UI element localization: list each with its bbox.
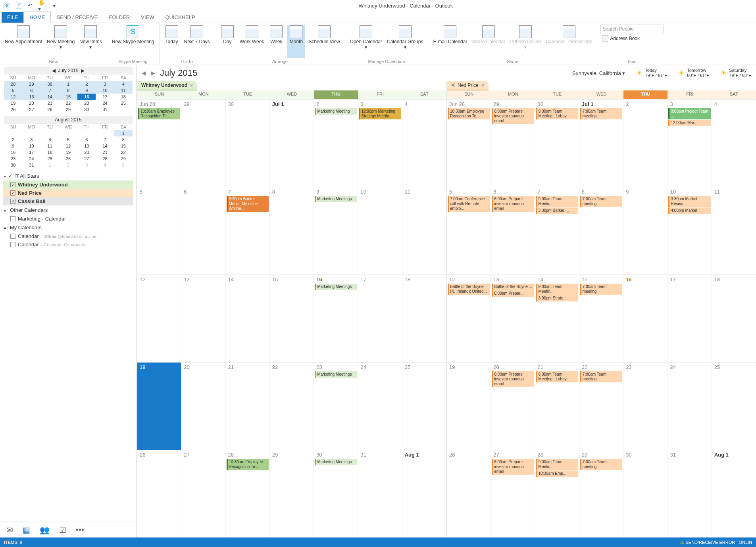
calendar-event[interactable]: 6:00am Prepar... [492, 290, 534, 297]
calendar-cell[interactable]: 25 [712, 363, 756, 450]
mini-day[interactable]: 23 [4, 155, 22, 162]
mini-day[interactable]: 2 [77, 81, 96, 87]
calendar-event[interactable]: 7:00am Team meeting [580, 284, 622, 295]
mini-day[interactable]: 13 [22, 94, 40, 100]
calendar-cell[interactable]: 25 [402, 363, 446, 450]
qat-touch-icon[interactable]: ✋▾ [38, 2, 46, 10]
mini-day[interactable] [59, 130, 77, 136]
new-skype-meeting-button[interactable]: SNew Skype Meeting [110, 25, 156, 58]
calendar-groups-button[interactable]: Calendar Groups ▾ [385, 25, 425, 58]
mini-day[interactable]: 7 [41, 87, 59, 94]
calendar-event[interactable]: 6:00am Prepare investor roundup email [492, 108, 534, 124]
month-view-button[interactable]: Month [287, 25, 305, 58]
mini-day[interactable]: 20 [77, 149, 96, 155]
calendar-cell[interactable]: 289:00am Team Meetin...10:30am Emp... [535, 450, 579, 537]
mini-day[interactable]: 27 [22, 106, 40, 113]
mini-day[interactable]: 2 [4, 136, 22, 143]
mini-day[interactable]: 4 [41, 136, 59, 143]
mini-day[interactable] [114, 106, 133, 113]
calendar-event[interactable]: 9:00am Team Meeting ; Lobby [536, 108, 578, 119]
mini-day[interactable]: 14 [41, 94, 59, 100]
calendar-event[interactable]: 6:00am Prepare investor roundup email [492, 459, 534, 475]
mini-day[interactable]: 21 [96, 149, 114, 155]
calendar-cell[interactable]: 6 [181, 187, 225, 274]
more-icon[interactable]: ••• [76, 525, 84, 534]
calendar-cell[interactable]: 12Battle of the Boyne (N. Ireland); Unit… [447, 275, 491, 362]
mini-day[interactable]: 11 [41, 143, 59, 149]
mini-day[interactable]: 18 [41, 149, 59, 155]
calendar-cell[interactable]: 219:00am Team Meeting ; Lobby [535, 363, 579, 450]
tab-folder[interactable]: FOLDER [104, 12, 136, 23]
day-view-button[interactable]: Day [218, 25, 237, 58]
calendar-cell[interactable]: Jun 2810:30am Employee Recognition Te... [137, 100, 181, 187]
calendar-cell[interactable]: 13Battle of the Boyne ...6:00am Prepar..… [491, 275, 535, 362]
mini-day[interactable]: 30 [77, 106, 96, 113]
calendar-cell[interactable]: 206:00am Prepare investor roundup email [491, 363, 535, 450]
mini-day[interactable] [4, 130, 22, 136]
qat-customize-icon[interactable]: ▾ [50, 2, 58, 10]
new-items-button[interactable]: New Items ▾ [78, 25, 104, 58]
mini-day[interactable]: 29 [114, 155, 133, 162]
mini-day[interactable]: 26 [59, 155, 77, 162]
calendar-cell[interactable]: 31 [668, 450, 712, 537]
calendar-event[interactable]: 7:00am Conference call with Remote emplo… [448, 196, 490, 212]
mini-day[interactable]: 4 [114, 81, 133, 87]
calendar-cell[interactable]: 10 [358, 187, 402, 274]
mini-day[interactable] [41, 130, 59, 136]
mini-day[interactable]: 29 [59, 106, 77, 113]
group-other-calendars[interactable]: ▲Other Calendars [3, 205, 133, 215]
mini-day[interactable]: 23 [77, 100, 96, 106]
calendar-cell[interactable]: 9Marketing Meetings [314, 187, 358, 274]
mini-day[interactable]: 1 [114, 130, 133, 136]
calendar-event[interactable]: 7:00am Team meeting [580, 371, 622, 382]
mini-day[interactable]: 8 [114, 136, 133, 143]
calendar-cell[interactable]: 38:00am Project Team ...12:00pm Mar... [668, 100, 712, 187]
calendar-cell[interactable]: 4 [402, 100, 446, 187]
calendar-cell[interactable]: 22 [270, 363, 314, 450]
mini-day[interactable]: 17 [22, 149, 40, 155]
mini-day[interactable]: 12 [59, 143, 77, 149]
mini-day[interactable]: 6 [77, 136, 96, 143]
calendar-cell[interactable]: 30 [623, 450, 668, 537]
calendar-cell[interactable]: Aug 1 [402, 450, 446, 537]
tasks-icon[interactable]: ☑ [59, 525, 66, 535]
email-calendar-button[interactable]: E-mail Calendar [431, 25, 469, 58]
mini-day[interactable]: 16 [77, 94, 96, 100]
calendar-cell[interactable]: 24 [358, 363, 402, 450]
calendar-cell[interactable]: 30Marketing Meetings [314, 450, 358, 537]
calendar-cell[interactable]: 4 [712, 100, 756, 187]
mini-day[interactable]: 25 [114, 100, 133, 106]
calendar-cell[interactable]: 66:00am Prepare investor roundup email [491, 187, 535, 274]
calendar-cell[interactable]: 13 [181, 275, 225, 362]
schedule-view-button[interactable]: Schedule View [307, 25, 341, 58]
mini-day[interactable]: 5 [4, 87, 22, 94]
calendar-cell[interactable]: 19 [447, 363, 491, 450]
grid-tab-whitney[interactable]: Whitney Underwood✕ [137, 81, 197, 90]
calendar-event[interactable]: 7:00am Team meeting [580, 196, 622, 207]
close-icon[interactable]: ✕ [481, 83, 485, 88]
calendar-cell[interactable]: 23 [623, 363, 668, 450]
calendar-event[interactable]: Battle of the Boyne (N. Ireland); United… [448, 284, 490, 295]
calendar-event[interactable]: 10:30am Employee Recognition Te... [138, 108, 180, 119]
mini-day[interactable]: 30 [4, 162, 22, 168]
qat-undo-icon[interactable]: ↶ [26, 2, 34, 10]
checkbox-icon[interactable]: ✓ [10, 182, 15, 187]
mini-day[interactable]: 22 [114, 149, 133, 155]
mini-day[interactable]: 16 [4, 149, 22, 155]
calendar-cell[interactable]: 227:00am Team meeting [579, 363, 623, 450]
mini-day[interactable]: 4 [96, 162, 114, 168]
calendar-cell[interactable]: 2810:30am Employee Recognition Te... [226, 450, 270, 537]
calendar-event[interactable]: 3:30pm Barker Media; My office; Whitne..… [227, 196, 269, 212]
tab-home[interactable]: HOME [23, 12, 51, 23]
prev-month-icon[interactable]: ◀ [52, 68, 56, 73]
mini-day[interactable] [22, 130, 40, 136]
mini-day[interactable]: 3 [22, 136, 40, 143]
calendar-cell[interactable]: 79:00am Team Meetin...3:30pm Barker ... [535, 187, 579, 274]
tab-view[interactable]: VIEW [135, 12, 160, 23]
checkbox-icon[interactable] [10, 242, 15, 247]
calendar-event[interactable]: 7:00am Team meeting [580, 108, 622, 119]
mini-day[interactable]: 26 [4, 106, 22, 113]
calendar-cell[interactable]: 8 [270, 187, 314, 274]
calendar-cell[interactable]: 16 [623, 275, 668, 362]
mini-day[interactable]: 1 [59, 81, 77, 87]
